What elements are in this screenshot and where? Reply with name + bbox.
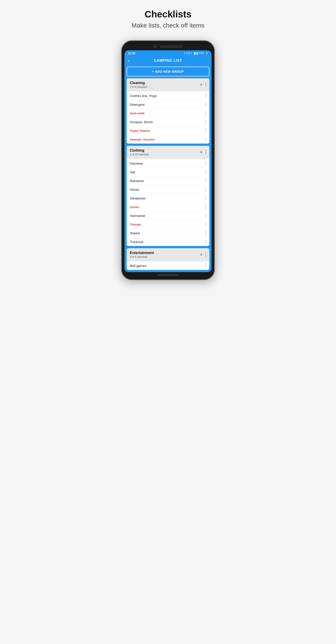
group-card-1: Clothing2 of 10 checked+DaywearHatRainwe… xyxy=(127,146,209,246)
item-drag-1-6 xyxy=(205,214,206,218)
group-add-icon-2[interactable]: + xyxy=(200,252,203,258)
group-name-0: Cleaning xyxy=(130,81,147,85)
list-item[interactable]: Socks xyxy=(127,202,209,211)
list-item[interactable]: Towels xyxy=(127,228,209,237)
lte-icon: LTE xyxy=(186,52,190,54)
item-drag-0-5 xyxy=(205,137,206,141)
item-drag-0-1 xyxy=(205,102,206,106)
item-text-1-5: Socks xyxy=(130,205,139,209)
app-header: ‹ CAMPING LIST xyxy=(124,56,212,65)
location-icon: ⚲ xyxy=(184,52,185,54)
item-drag-0-0 xyxy=(205,94,206,98)
signal-icon: ▐▐▐ xyxy=(193,52,198,54)
list-item[interactable]: Paper Towels xyxy=(127,126,209,135)
group-menu-icon-2[interactable] xyxy=(205,253,206,257)
list-item[interactable]: Shoes xyxy=(127,185,209,194)
status-bar: 12:33 ⚲ LTE ▾ ▐▐▐ 100% 🔋 xyxy=(124,50,212,56)
list-item[interactable]: Daywear xyxy=(127,159,209,168)
group-name-2: Entertainment xyxy=(130,251,154,255)
phone-top-bar xyxy=(124,45,212,48)
item-text-1-7: Thongs xyxy=(130,222,141,226)
item-drag-1-1 xyxy=(205,170,206,174)
group-header-2: Entertainment0 of 6 checked+ xyxy=(127,248,209,261)
back-button[interactable]: ‹ xyxy=(128,58,130,64)
item-text-1-3: Shoes xyxy=(130,188,139,192)
item-drag-2-0 xyxy=(205,264,206,268)
list-item[interactable]: Tracksuit xyxy=(127,237,209,246)
battery-text: 100% xyxy=(199,52,204,54)
item-drag-1-7 xyxy=(205,222,206,226)
item-text-0-4: Paper Towels xyxy=(130,129,150,132)
group-count-2: 0 of 6 checked xyxy=(130,255,154,258)
item-text-1-1: Hat xyxy=(130,170,135,174)
item-text-2-0: Ball games xyxy=(130,264,146,268)
list-item[interactable]: Sponge, Scourer xyxy=(127,135,209,144)
item-text-0-5: Sponge, Scourer xyxy=(130,138,155,141)
list-item[interactable]: Swimwear xyxy=(127,211,209,220)
item-text-0-0: Clothes line, Pegs xyxy=(130,94,157,98)
list-item[interactable]: Clothes line, Pegs xyxy=(127,91,209,100)
group-menu-icon-0[interactable] xyxy=(205,83,206,87)
front-camera xyxy=(153,45,157,48)
item-drag-1-5 xyxy=(205,205,206,209)
page-subtitle: Make lists, check off items xyxy=(132,22,204,29)
phone-bottom-bar xyxy=(124,274,212,276)
item-text-1-4: Sleepwear xyxy=(130,196,146,200)
list-item[interactable]: Rainwear xyxy=(127,176,209,185)
item-drag-0-4 xyxy=(205,128,206,132)
group-add-icon-0[interactable]: + xyxy=(200,82,203,88)
status-icons: ⚲ LTE ▾ ▐▐▐ 100% 🔋 xyxy=(184,52,208,54)
group-add-icon-1[interactable]: + xyxy=(200,149,203,155)
item-drag-0-2 xyxy=(205,111,206,115)
group-menu-icon-1[interactable] xyxy=(205,150,206,154)
phone-screen: 12:33 ⚲ LTE ▾ ▐▐▐ 100% 🔋 ‹ CAMPING LIST … xyxy=(124,50,212,272)
battery-icon: 🔋 xyxy=(205,52,208,54)
speaker-bar xyxy=(160,46,183,48)
item-text-1-8: Towels xyxy=(130,231,140,235)
item-text-1-0: Daywear xyxy=(130,162,143,165)
group-card-2: Entertainment0 of 6 checked+Ball games xyxy=(127,248,209,270)
app-title: CAMPING LIST xyxy=(154,58,182,62)
list-item[interactable]: Ball games xyxy=(127,261,209,270)
group-name-1: Clothing xyxy=(130,148,149,152)
item-drag-1-9 xyxy=(205,240,206,244)
item-text-0-1: Detergent xyxy=(130,103,145,106)
item-text-1-6: Swimwear xyxy=(130,214,145,218)
group-count-1: 2 of 10 checked xyxy=(130,153,149,156)
item-drag-0-3 xyxy=(205,120,206,124)
group-header-1: Clothing2 of 10 checked+ xyxy=(127,146,209,159)
group-card-0: Cleaning3 of 6 checked+Clothes line, Peg… xyxy=(127,78,209,144)
status-time: 12:33 xyxy=(128,52,135,55)
add-group-button[interactable]: + ADD NEW GROUP xyxy=(127,67,209,76)
list-item[interactable]: Hat xyxy=(127,168,209,176)
item-drag-1-4 xyxy=(205,196,206,200)
item-drag-1-3 xyxy=(205,188,206,192)
list-item[interactable]: Sleepwear xyxy=(127,194,209,202)
list-item[interactable]: Thongs xyxy=(127,220,209,228)
page-title: Checklists xyxy=(145,9,191,20)
content-scroll: Cleaning3 of 6 checked+Clothes line, Peg… xyxy=(124,78,212,272)
phone-frame: 12:33 ⚲ LTE ▾ ▐▐▐ 100% 🔋 ‹ CAMPING LIST … xyxy=(121,40,215,280)
list-item[interactable]: Dish cloth xyxy=(127,109,209,118)
group-count-0: 3 of 6 checked xyxy=(130,86,147,88)
group-header-0: Cleaning3 of 6 checked+ xyxy=(127,78,209,91)
item-text-1-2: Rainwear xyxy=(130,179,144,183)
list-item[interactable]: Detergent xyxy=(127,100,209,109)
item-drag-1-0 xyxy=(205,161,206,165)
list-item[interactable]: Dustpan, Brush xyxy=(127,118,209,126)
item-text-1-9: Tracksuit xyxy=(130,240,143,244)
wifi-icon: ▾ xyxy=(191,52,192,54)
item-drag-1-2 xyxy=(205,179,206,183)
item-text-0-3: Dustpan, Brush xyxy=(130,120,153,124)
item-text-0-2: Dish cloth xyxy=(130,111,145,115)
item-drag-1-8 xyxy=(205,231,206,235)
home-bar xyxy=(157,274,179,276)
